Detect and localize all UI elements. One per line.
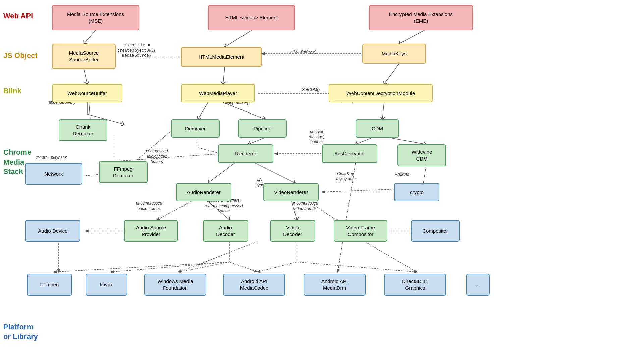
box-websourcebuffer: WebSourceBuffer	[52, 84, 122, 102]
layer-blink: Blink	[3, 87, 21, 95]
box-audio-device: Audio Device	[25, 220, 80, 242]
svg-line-47	[178, 242, 257, 272]
annot-android: Android	[395, 172, 409, 177]
svg-line-2	[225, 30, 252, 47]
box-webmediaplayer: WebMediaPlayer	[181, 84, 255, 102]
annot-decrypt: decrypt(decode)buffers	[309, 129, 324, 145]
box-pipeline: Pipeline	[238, 119, 287, 138]
annot-setmediakeys: setMediaKeys()	[288, 50, 316, 55]
svg-line-39	[111, 262, 230, 272]
box-android-mediacodec: Android APIMediaCodec	[223, 274, 285, 296]
box-webcontentdecryptionmodule: WebContentDecryptionModule	[329, 84, 433, 102]
box-aesdecryptor: AesDecryptor	[322, 144, 377, 163]
svg-line-38	[54, 262, 230, 272]
annot-for-src: for src= playback	[36, 155, 67, 161]
annot-compressed: compressedaudio/videobuffers	[146, 149, 168, 165]
svg-line-14	[198, 102, 208, 119]
svg-line-17	[389, 138, 426, 144]
svg-line-1	[84, 30, 96, 44]
box-demuxer: Demuxer	[171, 119, 220, 138]
box-video-decoder: VideoDecoder	[270, 220, 315, 242]
diagram-container: Web API JS Object Blink Chrome Media Sta…	[0, 0, 644, 362]
box-mediakeys: MediaKeys	[362, 44, 426, 64]
box-mediasource-sourcebuffer: MediaSourceSourceBuffer	[52, 44, 116, 69]
box-network: Network	[25, 163, 82, 185]
layer-platform-library: Platformor Library	[3, 322, 38, 342]
box-android-mediadrm: Android APIMediaDrm	[304, 274, 366, 296]
svg-line-8	[384, 64, 399, 84]
svg-line-25	[208, 163, 235, 183]
box-mse: Media Source Extensions(MSE)	[52, 5, 139, 30]
box-audio-renderer: AudioRenderer	[176, 183, 231, 201]
layer-js-object: JS Object	[3, 51, 37, 60]
svg-line-18	[248, 138, 265, 144]
svg-line-3	[399, 30, 424, 44]
svg-line-45	[365, 242, 417, 272]
annot-clearkey: ClearKeykey system	[335, 171, 356, 182]
annot-uncompressed-video: uncompressedvideo frames	[292, 201, 318, 211]
box-audio-source-provider: Audio SourceProvider	[124, 220, 178, 242]
svg-line-44	[297, 262, 417, 272]
svg-line-4	[84, 69, 87, 84]
box-ellipsis: ...	[466, 274, 490, 296]
svg-line-15	[382, 102, 384, 119]
box-widevine-cdm: WidevineCDM	[397, 144, 446, 166]
box-htmlmediaelement: HTMLMediaElement	[181, 47, 262, 67]
box-libvpx: libvpx	[86, 274, 127, 296]
box-ffmpeg-demuxer: FFmpegDemuxer	[99, 161, 148, 183]
box-ffmpeg: FFmpeg	[27, 274, 72, 296]
annot-createobjecturl: video.src =createObjectURL(mediaSource)	[117, 43, 156, 59]
svg-line-43	[257, 262, 297, 272]
box-chunk-demuxer: ChunkDemuxer	[59, 119, 107, 141]
box-video-frame-compositor: Video FrameCompositor	[334, 220, 387, 242]
box-cdm: CDM	[356, 119, 399, 138]
svg-line-41	[230, 262, 257, 272]
layer-web-api: Web API	[3, 12, 33, 20]
annot-setcdm: SetCDM()	[302, 87, 320, 93]
box-renderer: Renderer	[218, 144, 273, 163]
box-audio-decoder: AudioDecoder	[203, 220, 248, 242]
box-direct3d: Direct3D 11Graphics	[384, 274, 446, 296]
box-eme: Encrypted Media Extensions(EME)	[369, 5, 473, 30]
annot-uncompressed-audio: uncompressedaudio frames	[136, 201, 162, 211]
svg-line-6	[223, 67, 225, 84]
box-html-video: HTML <video> Element	[208, 5, 295, 30]
svg-line-40	[178, 262, 230, 272]
box-windows-media-foundation: Windows MediaFoundation	[144, 274, 206, 296]
box-video-renderer: VideoRenderer	[263, 183, 319, 201]
box-crypto: crypto	[394, 183, 439, 201]
svg-line-16	[356, 138, 372, 144]
box-compositor: Compositor	[411, 220, 460, 242]
annot-av-sync: a/vsync	[256, 177, 264, 188]
